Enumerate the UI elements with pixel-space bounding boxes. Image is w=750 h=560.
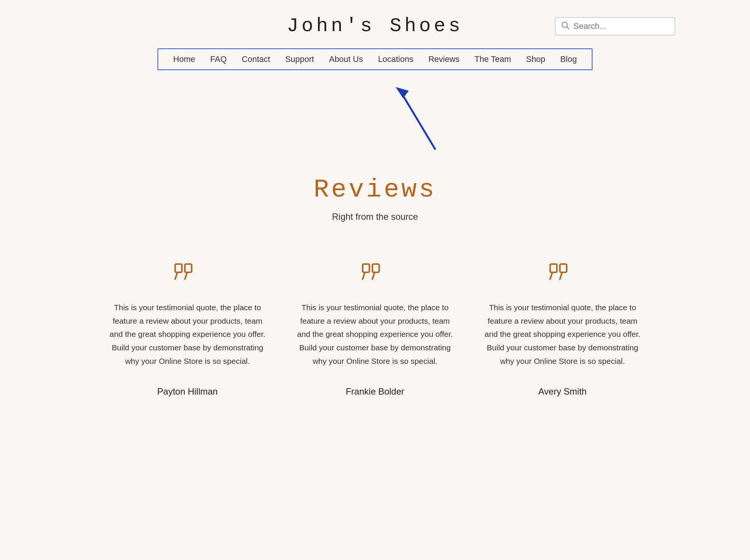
svg-line-2: [401, 93, 435, 149]
nav-item-team[interactable]: The Team: [474, 54, 511, 64]
testimonial-card-2: This is your testimonial quote, the plac…: [484, 263, 641, 397]
reviews-subtitle: Right from the source: [8, 212, 742, 222]
testimonial-author-2: Avery Smith: [538, 386, 587, 397]
quote-icon-2: [549, 263, 576, 290]
testimonial-author-1: Frankie Bolder: [346, 386, 404, 397]
nav-wrapper: HomeFAQContactSupportAbout UsLocationsRe…: [0, 45, 750, 78]
svg-rect-8: [363, 264, 369, 272]
search-box[interactable]: [555, 17, 675, 35]
svg-line-15: [560, 272, 562, 279]
svg-rect-10: [372, 264, 379, 272]
search-container: [555, 17, 675, 35]
nav-item-support[interactable]: Support: [285, 54, 314, 64]
svg-line-1: [567, 27, 569, 29]
testimonial-text-2: This is your testimonial quote, the plac…: [484, 301, 641, 368]
annotation-arrow: [382, 78, 465, 153]
testimonial-text-1: This is your testimonial quote, the plac…: [296, 301, 454, 368]
testimonials-grid: This is your testimonial quote, the plac…: [38, 233, 712, 419]
testimonial-author-0: Payton Hillman: [157, 386, 218, 397]
testimonial-card-0: This is your testimonial quote, the plac…: [109, 263, 266, 397]
nav-item-about[interactable]: About Us: [329, 54, 363, 64]
quote-icon-1: [362, 263, 388, 290]
header: John's Shoes: [0, 0, 750, 45]
svg-line-9: [363, 272, 365, 279]
search-input[interactable]: [573, 21, 669, 31]
svg-marker-3: [396, 87, 409, 98]
svg-line-11: [372, 272, 375, 279]
svg-line-5: [175, 272, 177, 279]
svg-line-7: [185, 272, 187, 279]
nav-item-shop[interactable]: Shop: [526, 54, 545, 64]
nav-item-blog[interactable]: Blog: [560, 54, 577, 64]
reviews-title: Reviews: [8, 175, 742, 204]
testimonial-card-1: This is your testimonial quote, the plac…: [296, 263, 454, 397]
nav-item-faq[interactable]: FAQ: [210, 54, 227, 64]
search-icon: [561, 21, 570, 31]
svg-rect-6: [185, 264, 192, 272]
nav-item-reviews[interactable]: Reviews: [428, 54, 459, 64]
nav-item-home[interactable]: Home: [173, 54, 195, 64]
svg-rect-14: [560, 264, 567, 272]
svg-rect-4: [175, 264, 182, 272]
reviews-section: Reviews Right from the source: [0, 153, 750, 233]
testimonial-text-0: This is your testimonial quote, the plac…: [109, 301, 266, 368]
nav-item-locations[interactable]: Locations: [378, 54, 413, 64]
nav-item-contact[interactable]: Contact: [242, 54, 270, 64]
svg-line-13: [550, 272, 552, 279]
arrow-annotation: [0, 78, 750, 153]
svg-rect-12: [550, 264, 557, 272]
nav-bar: HomeFAQContactSupportAbout UsLocationsRe…: [158, 48, 592, 70]
quote-icon-0: [174, 263, 201, 290]
